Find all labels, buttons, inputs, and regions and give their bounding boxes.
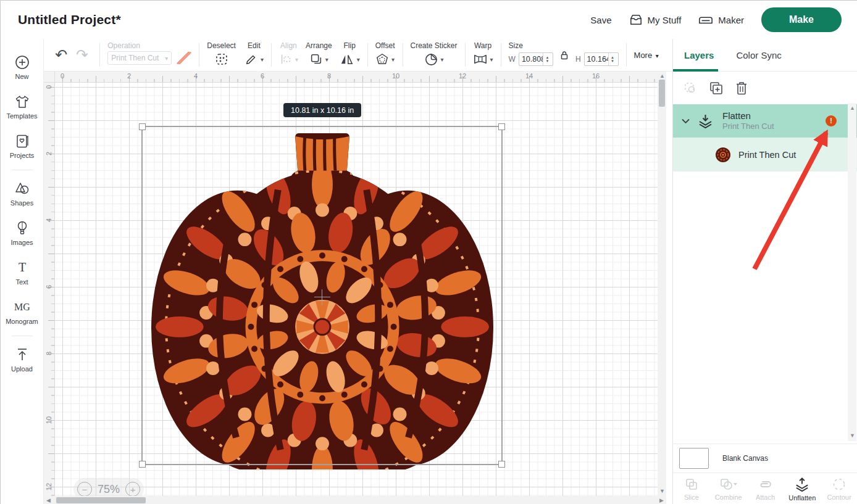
sidebar-item-templates[interactable]: Templates [1, 87, 44, 126]
vertical-ruler: 024681012 [44, 83, 55, 496]
layer-tools [673, 72, 857, 104]
undo-button[interactable]: ↶ [55, 48, 67, 62]
selection-handle-top-left[interactable] [139, 123, 146, 130]
sidebar-item-new[interactable]: New [1, 48, 44, 87]
save-label: Save [590, 15, 611, 25]
ruler-number: 10 [392, 72, 399, 80]
scroll-down-icon[interactable]: ▼ [659, 489, 665, 494]
flip-button[interactable]: ▾ [340, 51, 360, 67]
chevron-down-icon: ▾ [325, 56, 328, 63]
chevron-down-icon[interactable] [682, 118, 690, 124]
more-button[interactable]: More ▾ [634, 51, 659, 60]
blank-canvas-row: Blank Canvas [673, 444, 857, 473]
zoom-in-button[interactable]: + [125, 482, 140, 497]
lock-icon[interactable] [559, 51, 569, 60]
warp-button[interactable]: ▾ [473, 51, 493, 67]
deselect-button[interactable] [214, 51, 229, 67]
horizontal-scroll-thumb[interactable] [56, 497, 146, 503]
width-stepper[interactable]: ▲▼ [543, 53, 551, 65]
ruler-number: 2 [127, 72, 131, 80]
width-input[interactable] [519, 55, 543, 64]
scroll-left-icon[interactable]: ◀ [46, 498, 51, 503]
offset-button[interactable]: ▾ [375, 51, 395, 67]
canvas-vertical-scrollbar[interactable]: ▲ ▼ [658, 72, 666, 496]
combine-button[interactable]: Combine [710, 473, 747, 504]
sidebar-item-text[interactable]: T Text [1, 253, 44, 292]
ruler-number: 4 [45, 216, 52, 225]
action-label: Slice [684, 494, 699, 501]
height-input[interactable] [585, 55, 608, 64]
tab-layers[interactable]: Layers [684, 50, 714, 60]
selection-handle-top-right[interactable] [498, 123, 505, 130]
sidebar-item-shapes[interactable]: Shapes [1, 174, 44, 213]
scroll-up-icon[interactable]: ▲ [850, 105, 855, 111]
color-swatch-disabled[interactable] [177, 52, 191, 64]
sidebar-item-projects[interactable]: Projects [1, 126, 44, 166]
layer-row-print-then-cut[interactable]: Print Then Cut [673, 138, 857, 171]
machine-icon [698, 14, 713, 26]
sidebar-item-images[interactable]: Images [1, 213, 44, 253]
sidebar-item-monogram[interactable]: MG Monogram [1, 292, 44, 332]
chevron-down-icon: ▾ [261, 56, 264, 63]
unflatten-button[interactable]: Unflatten [784, 473, 821, 504]
my-stuff-label: My Stuff [648, 15, 682, 25]
chevron-down-icon: ▾ [295, 56, 298, 63]
app-root: Untitled Project* Save My Stuff Maker Ma… [0, 0, 857, 504]
ruler-number: 16 [592, 72, 600, 80]
machine-button[interactable]: Maker [698, 14, 744, 26]
canvas-color-swatch[interactable] [679, 448, 709, 469]
create-sticker-group: Create Sticker ▾ [411, 41, 458, 68]
align-button[interactable]: ▾ [279, 51, 298, 67]
sidebar-item-upload[interactable]: Upload [1, 340, 44, 379]
height-stepper[interactable]: ▲▼ [608, 53, 617, 65]
contour-button[interactable]: Contour [821, 473, 857, 504]
flip-label: Flip [344, 41, 356, 51]
make-button[interactable]: Make [761, 7, 842, 32]
layer-title: Print Then Cut [738, 150, 796, 160]
arrange-button[interactable]: ▾ [309, 51, 328, 67]
ruler-number: 12 [459, 72, 466, 80]
slice-button[interactable]: Slice [673, 473, 710, 504]
layer-thumbnail [715, 147, 731, 163]
operation-dropdown[interactable]: Print Then Cut ▾ [107, 51, 172, 65]
ruler-number: 0 [61, 72, 64, 80]
save-button[interactable]: Save [590, 15, 611, 25]
align-icon [279, 52, 293, 66]
new-icon [14, 54, 30, 70]
layer-group-row-flatten[interactable]: Flatten Print Then Cut ! [673, 104, 857, 138]
pencil-icon [245, 52, 258, 66]
tab-color-sync[interactable]: Color Sync [736, 50, 781, 60]
zoom-out-button[interactable]: − [77, 482, 92, 497]
text-icon: T [14, 260, 30, 276]
operation-label: Operation [107, 41, 140, 51]
edit-button[interactable]: ▾ [245, 51, 264, 67]
panel-scrollbar[interactable]: ▲ ▼ [848, 103, 856, 441]
operation-value: Print Then Cut [111, 54, 159, 62]
attach-button[interactable]: Attach [747, 473, 784, 504]
canvas-grid[interactable]: 10.81 in x 10.16 in − 75% + [55, 83, 658, 496]
my-stuff-button[interactable]: My Stuff [629, 14, 682, 26]
slice-icon [684, 477, 699, 492]
redo-button[interactable]: ↷ [76, 48, 88, 62]
selection-bounding-box[interactable] [141, 126, 503, 465]
divider [12, 170, 33, 170]
combine-icon [719, 477, 738, 492]
delete-button[interactable] [735, 80, 748, 96]
scroll-up-icon[interactable]: ▲ [659, 73, 665, 79]
duplicate-button[interactable] [709, 80, 724, 96]
divider [501, 43, 501, 67]
selection-handle-bottom-left[interactable] [139, 461, 146, 468]
deselect-group: Deselect [207, 41, 236, 68]
selection-handle-bottom-right[interactable] [498, 461, 505, 468]
create-sticker-button[interactable]: ▾ [424, 51, 444, 67]
ruler-number: 8 [327, 72, 331, 80]
warp-icon [473, 52, 488, 66]
vertical-scroll-thumb[interactable] [659, 80, 665, 107]
scroll-down-icon[interactable]: ▼ [850, 433, 855, 439]
canvas-horizontal-scrollbar[interactable]: ◀ ▶ [44, 496, 666, 504]
warning-badge[interactable]: ! [826, 115, 837, 126]
scroll-right-icon[interactable]: ▶ [659, 498, 664, 503]
edit-toolbar: ↶ ↷ Operation Print Then Cut ▾ Deselect … [44, 39, 672, 72]
trash-icon [735, 81, 748, 96]
select-all-button[interactable] [683, 80, 698, 96]
